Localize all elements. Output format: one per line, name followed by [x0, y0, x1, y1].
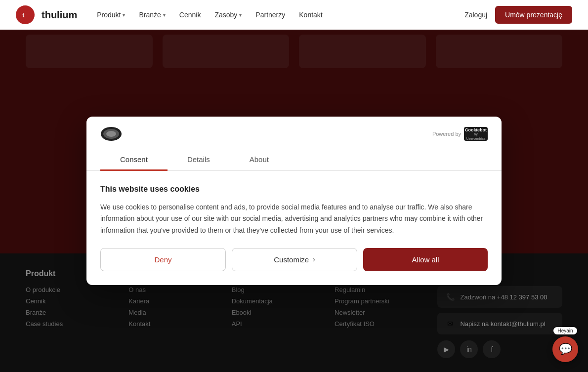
nav-partnerzy[interactable]: Partnerzy [255, 11, 285, 19]
tab-details[interactable]: Details [168, 149, 230, 171]
modal-header: Powered by Cookiebot by Usercentrics [86, 117, 502, 141]
nav-links: Produkt ▾ Branże ▾ Cennik Zasoby ▾ Partn… [97, 11, 464, 19]
modal-body-text: We use cookies to personalise content an… [100, 202, 488, 236]
nav-zasoby[interactable]: Zasoby ▾ [214, 11, 242, 19]
svg-point-0 [20, 10, 30, 20]
svg-point-4 [106, 131, 116, 137]
nav-branze[interactable]: Branże ▾ [139, 11, 165, 19]
nav-produkt[interactable]: Produkt ▾ [97, 11, 125, 19]
modal-tabs: Consent Details About [86, 149, 502, 171]
modal-title: This website uses cookies [100, 185, 488, 194]
modal-overlay: Powered by Cookiebot by Usercentrics Con… [0, 30, 588, 372]
nav-cennik[interactable]: Cennik [179, 11, 201, 19]
cookiebot-branding: Powered by Cookiebot by Usercentrics [432, 127, 488, 141]
chevron-down-icon: ▾ [239, 12, 242, 18]
cookiebot-label: Cookiebot [465, 127, 487, 133]
heyain-button[interactable]: 💬 [552, 336, 578, 362]
login-button[interactable]: Zaloguj [464, 11, 487, 19]
powered-by-label: Powered by [432, 131, 461, 137]
tab-consent[interactable]: Consent [100, 149, 168, 171]
heyain-label: Heyain [553, 327, 577, 334]
logo-text: thulium [42, 9, 77, 21]
chevron-down-icon: ▾ [123, 12, 125, 18]
navbar: t thulium Produkt ▾ Branże ▾ Cennik Zaso… [0, 0, 588, 30]
logo-icon: t [16, 5, 35, 24]
thulium-logo-badge [100, 126, 122, 141]
allow-all-button[interactable]: Allow all [363, 248, 488, 271]
cookie-modal: Powered by Cookiebot by Usercentrics Con… [86, 117, 502, 285]
modal-logo [100, 126, 122, 141]
page-content: Powered by Cookiebot by Usercentrics Con… [0, 30, 588, 372]
nav-actions: Zaloguj Umów prezentację [464, 6, 572, 24]
chevron-down-icon: ▾ [163, 12, 166, 18]
svg-text:t: t [22, 11, 25, 19]
modal-footer: Deny Customize › Allow all [86, 236, 502, 285]
customize-button[interactable]: Customize › [232, 248, 357, 271]
tab-about[interactable]: About [230, 149, 289, 171]
deny-button[interactable]: Deny [100, 248, 226, 271]
arrow-right-icon: › [313, 255, 315, 263]
logo[interactable]: t thulium [16, 5, 77, 24]
cookiebot-icon: Cookiebot by Usercentrics [464, 127, 488, 141]
cta-button[interactable]: Umów prezentację [495, 6, 572, 24]
heyain-widget[interactable]: Heyain 💬 [552, 327, 578, 362]
cookiebot-sub: by Usercentrics [465, 132, 487, 141]
nav-kontakt[interactable]: Kontakt [299, 11, 322, 19]
modal-body: This website uses cookies We use cookies… [86, 171, 502, 236]
chat-icon: 💬 [559, 343, 572, 356]
